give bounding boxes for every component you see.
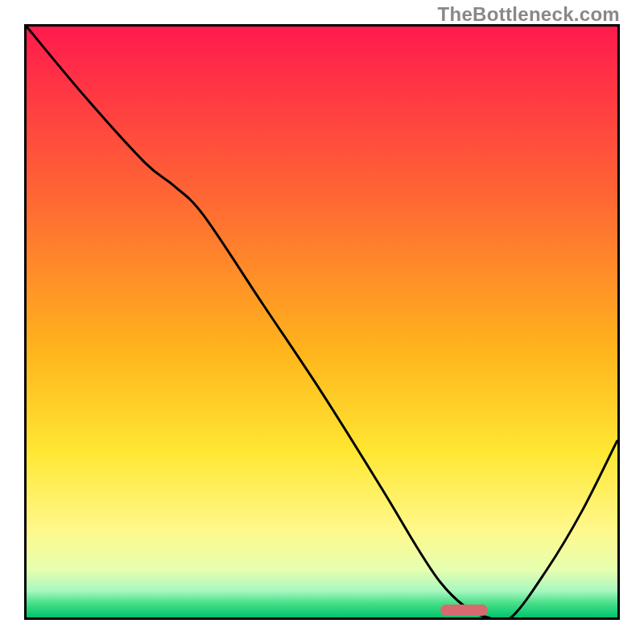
optimal-range-marker — [440, 605, 488, 616]
chart-stage: TheBottleneck.com — [0, 0, 644, 644]
bottleneck-curve — [27, 27, 617, 617]
curve-layer — [27, 27, 617, 617]
plot-area — [24, 24, 620, 620]
watermark-text: TheBottleneck.com — [438, 3, 620, 26]
